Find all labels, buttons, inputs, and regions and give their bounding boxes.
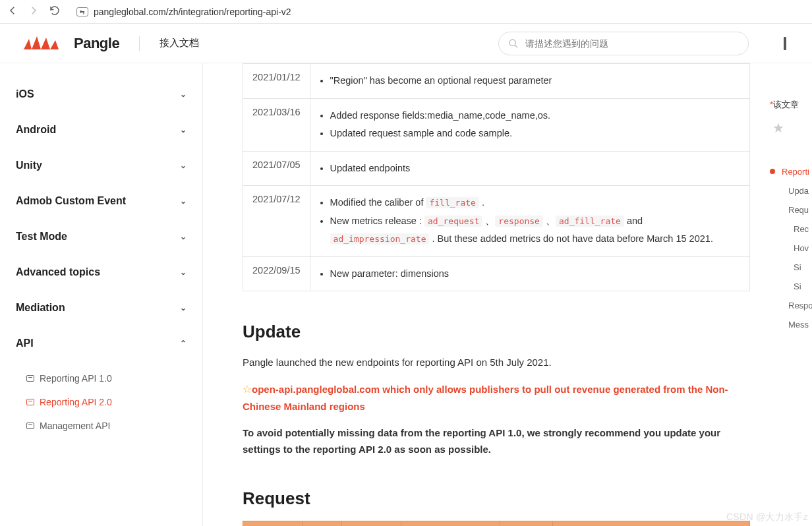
search-box[interactable] [498, 32, 749, 55]
search-icon [508, 38, 519, 49]
chevron-down-icon: ⌄ [180, 268, 187, 277]
doc-icon [26, 399, 34, 405]
toc-title: *该文章 [770, 99, 812, 111]
forward-icon[interactable] [28, 5, 40, 19]
table-header-row: Request Params Type Mandatory Allowed Va… [243, 521, 750, 526]
sidebar-sub-reporting-2[interactable]: Reporting API 2.0 [25, 390, 189, 414]
browser-bar: ⇆ pangleglobal.com/zh/integration/report… [0, 0, 812, 24]
chevron-down-icon: ⌄ [180, 125, 187, 134]
toc-item[interactable]: Si [770, 277, 812, 296]
favorite-icon[interactable]: ★ [772, 120, 812, 136]
changelog-table: 2021/01/12"Region" has become an optiona… [243, 63, 750, 291]
header-nav-link[interactable]: 接入文档 [160, 37, 199, 49]
toc-item[interactable]: Reporti [770, 162, 812, 181]
toc-item[interactable]: Rec [770, 219, 812, 239]
toc-item[interactable]: Si [770, 258, 812, 277]
main-content: 2021/01/12"Region" has become an optiona… [203, 63, 767, 526]
table-row: 2021/07/12 Modified the caliber of fill_… [243, 186, 750, 257]
code-fill-rate: fill_rate [426, 197, 478, 208]
chevron-down-icon: ⌄ [180, 303, 187, 312]
toc-item[interactable]: Requ [770, 200, 812, 219]
more-icon[interactable] [782, 36, 790, 51]
sidebar-item-api[interactable]: API⌃ [13, 326, 189, 361]
table-row: 2021/07/05Updated endpoints [243, 151, 750, 186]
doc-icon [26, 375, 34, 382]
toc-item[interactable]: Hov [770, 239, 812, 258]
toc-item[interactable]: Mess [770, 315, 812, 334]
divider [139, 36, 140, 51]
sidebar-sub-reporting-1[interactable]: Reporting API 1.0 [25, 366, 189, 390]
logo-icon [22, 35, 69, 52]
chevron-down-icon: ⌄ [180, 196, 187, 206]
sidebar-item-mediation[interactable]: Mediation⌄ [13, 290, 189, 326]
toc-item[interactable]: Respo [770, 296, 812, 315]
svg-rect-1 [784, 37, 786, 50]
logo[interactable]: Pangle [22, 35, 119, 52]
table-row: 2021/03/16Added response fields:media_na… [243, 98, 750, 151]
sidebar: iOS⌄ Android⌄ Unity⌄ Admob Custom Event⌄… [0, 63, 203, 526]
right-toc: *该文章 ★ Reporti Upda Requ Rec Hov Si Si R… [767, 63, 812, 526]
sidebar-item-unity[interactable]: Unity⌄ [13, 148, 189, 183]
logo-text: Pangle [74, 35, 119, 52]
section-request-title: Request [243, 488, 741, 509]
sidebar-item-android[interactable]: Android⌄ [13, 112, 189, 148]
site-header: Pangle 接入文档 [0, 24, 812, 63]
update-highlight: ☆open-api.pangleglobal.com which only al… [243, 380, 741, 415]
star-icon: ☆ [243, 384, 252, 395]
sidebar-item-advanced[interactable]: Advanced topics⌄ [13, 254, 189, 290]
sidebar-sub-management[interactable]: Management API [25, 414, 189, 438]
table-row: 2021/01/12"Region" has become an optiona… [243, 64, 750, 99]
chevron-down-icon: ⌄ [180, 161, 187, 170]
chevron-up-icon: ⌃ [180, 339, 187, 348]
update-paragraph-3: To avoid potentially missing data from t… [243, 424, 741, 458]
back-icon[interactable] [7, 5, 18, 19]
request-table: Request Params Type Mandatory Allowed Va… [243, 521, 750, 526]
url-text: pangleglobal.com/zh/integration/reportin… [94, 7, 291, 17]
toc-item[interactable]: Upda [770, 181, 812, 200]
search-input[interactable] [525, 38, 739, 49]
reload-icon[interactable] [49, 5, 61, 19]
chevron-down-icon: ⌄ [180, 232, 187, 241]
sidebar-item-admob[interactable]: Admob Custom Event⌄ [13, 183, 189, 219]
chevron-down-icon: ⌄ [180, 90, 187, 99]
sidebar-item-ios[interactable]: iOS⌄ [13, 76, 189, 112]
site-info-icon[interactable]: ⇆ [76, 7, 88, 16]
table-row: 2022/09/15New parameter: dimensions [243, 256, 750, 291]
section-update-title: Update [243, 322, 741, 342]
svg-point-0 [509, 40, 515, 45]
update-paragraph-1: Pangle launched the new endpoints for re… [243, 354, 741, 371]
doc-icon [26, 423, 34, 429]
sidebar-item-testmode[interactable]: Test Mode⌄ [13, 219, 189, 254]
